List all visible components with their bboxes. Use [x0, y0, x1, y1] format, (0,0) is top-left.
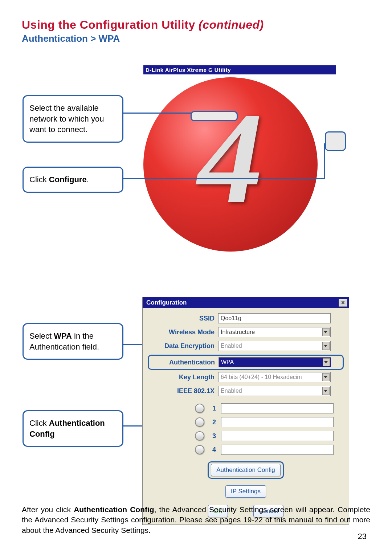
ip-settings-button-row: IP Settings [150, 485, 342, 498]
highlight-configure-button [325, 131, 346, 151]
connector-2a [123, 178, 325, 179]
connector-2b [324, 143, 325, 178]
close-icon[interactable]: × [339, 299, 347, 307]
connector-3 [123, 344, 145, 345]
key-radio-3[interactable] [195, 431, 204, 441]
auth-config-highlight: Authentication Config [208, 461, 284, 479]
chevron-down-icon [324, 331, 327, 333]
page-title: Using the Configuration Utility (continu… [22, 18, 370, 32]
callout-select-network: Select the available network to which yo… [23, 95, 123, 143]
c4-pre: Click [29, 419, 49, 428]
key-input-4[interactable] [221, 445, 334, 455]
ieee8021x-row: IEEE 802.1X Enabled [150, 386, 342, 396]
chevron-down-icon [324, 345, 327, 347]
page-number: 23 [358, 532, 367, 541]
key-num-1: 1 [209, 405, 221, 412]
callout-select-wpa: Select WPA in the Authentication field. [23, 323, 123, 360]
footer-paragraph: After you click Authentication Config, t… [22, 505, 370, 535]
auth-config-button-row: Authentication Config [150, 461, 342, 479]
wireless-mode-select[interactable]: Infrastructure [218, 327, 331, 337]
wireless-mode-label: Wireless Mode [150, 328, 218, 336]
breadcrumb: Authentication > WPA [22, 33, 370, 44]
configuration-dialog: Configuration × SSID Qoo11g Wireless Mod… [142, 297, 349, 525]
key-length-row: Key Length 64 bits (40+24) - 10 Hexadeci… [150, 372, 342, 382]
ieee8021x-label: IEEE 802.1X [150, 387, 218, 395]
ssid-row: SSID Qoo11g [150, 313, 342, 323]
chevron-down-icon [324, 376, 327, 378]
data-encryption-label: Data Encryption [150, 342, 218, 350]
key-radio-1[interactable] [195, 404, 204, 413]
wireless-mode-row: Wireless Mode Infrastructure [150, 327, 342, 337]
key-input-1[interactable] [221, 403, 334, 413]
decorative-red-circle: 4 [143, 77, 318, 252]
footer-pre: After you click [22, 505, 74, 514]
authentication-row: Authentication WPA [150, 357, 341, 367]
config-dialog-body: SSID Qoo11g Wireless Mode Infrastructure… [143, 308, 349, 525]
utility-titlebar: D-Link AirPlus Xtreme G Utility [143, 65, 336, 74]
config-dialog-title: Configuration [146, 299, 187, 306]
key-radio-2[interactable] [195, 417, 204, 427]
key-row-2: 2 [150, 417, 342, 427]
key-row-4: 4 [150, 445, 342, 455]
callout-click-auth-config: Click Authentication Config [23, 410, 123, 447]
c3-pre: Select [29, 331, 54, 340]
key-row-1: 1 [150, 403, 342, 413]
callout-click-configure: Click Configure. [23, 167, 123, 193]
c3-bold: WPA [54, 331, 72, 340]
authentication-label: Authentication [150, 359, 219, 366]
authentication-config-button[interactable]: Authentication Config [211, 464, 281, 476]
key-length-value: 64 bits (40+24) - 10 Hexadecim [221, 374, 302, 380]
ieee8021x-value: Enabled [221, 388, 242, 394]
authentication-highlight: Authentication WPA [148, 355, 344, 370]
key-num-3: 3 [209, 432, 221, 440]
chevron-down-icon [324, 361, 328, 363]
key-num-2: 2 [209, 419, 221, 426]
c2-pre: Click [29, 175, 49, 184]
data-encryption-select: Enabled [218, 341, 331, 351]
ssid-input[interactable]: Qoo11g [218, 313, 331, 323]
wep-key-group: 1 2 3 4 [150, 403, 342, 455]
manual-page: Using the Configuration Utility (continu… [0, 0, 392, 555]
key-num-4: 4 [209, 446, 221, 454]
title-main: Using the Configuration Utility [22, 18, 199, 31]
authentication-select[interactable]: WPA [219, 357, 331, 367]
title-continued: (continued) [199, 18, 264, 31]
key-row-3: 3 [150, 431, 342, 441]
wireless-mode-value: Infrastructure [221, 329, 255, 335]
connector-1 [123, 113, 191, 114]
key-radio-4[interactable] [195, 445, 204, 454]
utility-window: D-Link AirPlus Xtreme G Utility 4 [143, 65, 336, 252]
c2-post: . [87, 175, 89, 184]
config-dialog-titlebar: Configuration × [143, 297, 349, 308]
key-length-select: 64 bits (40+24) - 10 Hexadecim [218, 372, 331, 382]
c2-bold: Configure [49, 175, 87, 184]
ieee8021x-select: Enabled [218, 386, 331, 396]
ip-settings-button[interactable]: IP Settings [225, 485, 266, 498]
key-input-2[interactable] [221, 417, 334, 427]
key-input-3[interactable] [221, 431, 334, 441]
callout-select-network-text: Select the available network to which yo… [29, 103, 104, 134]
ssid-label: SSID [150, 315, 218, 322]
ssid-value: Qoo11g [221, 315, 241, 322]
data-encryption-row: Data Encryption Enabled [150, 341, 342, 351]
data-encryption-value: Enabled [221, 343, 242, 349]
footer-bold: Authentication Config [74, 505, 154, 514]
authentication-value: WPA [221, 359, 234, 366]
chevron-down-icon [324, 390, 327, 392]
key-length-label: Key Length [150, 374, 218, 381]
highlight-network-row [191, 111, 238, 121]
